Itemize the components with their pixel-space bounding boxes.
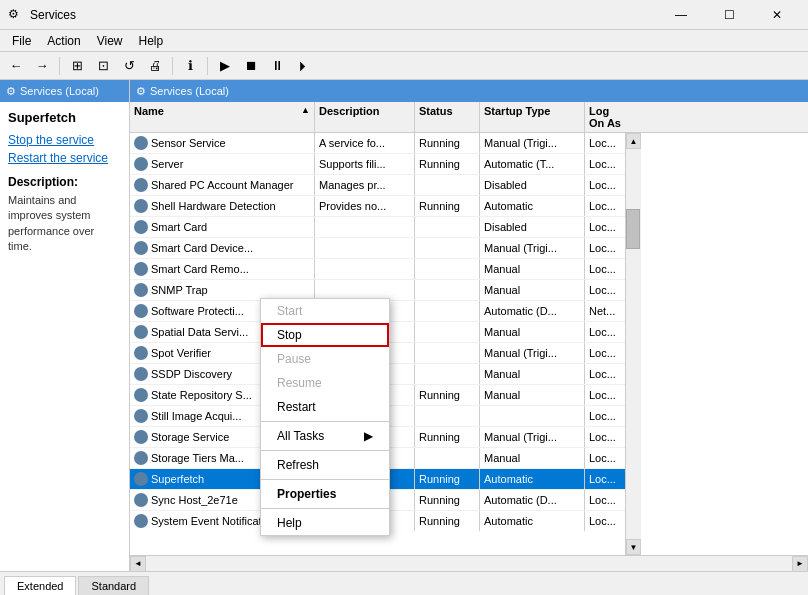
service-name: Still Image Acqui... — [151, 410, 242, 422]
forward-button[interactable]: → — [30, 55, 54, 77]
pause-service-button[interactable]: ⏸ — [265, 55, 289, 77]
service-status: Running — [415, 490, 480, 510]
service-status: Running — [415, 427, 480, 447]
scroll-up-btn[interactable]: ▲ — [626, 133, 641, 149]
service-desc — [315, 280, 415, 300]
minimize-button[interactable]: — — [658, 0, 704, 30]
service-startup: Manual — [480, 280, 585, 300]
col-header-desc[interactable]: Description — [315, 102, 415, 132]
menu-help[interactable]: Help — [131, 32, 172, 50]
service-log: Loc... — [585, 175, 625, 195]
context-menu-separator — [261, 450, 389, 451]
sidebar-header-icon: ⚙ — [6, 85, 16, 98]
refresh-button[interactable]: ↺ — [117, 55, 141, 77]
service-status: Running — [415, 154, 480, 174]
service-startup: Manual — [480, 385, 585, 405]
service-startup: Manual (Trigi... — [480, 133, 585, 153]
service-name: Smart Card Device... — [151, 242, 253, 254]
bottom-tabs: Extended Standard — [0, 571, 808, 595]
tab-standard[interactable]: Standard — [78, 576, 149, 595]
properties-button[interactable]: ℹ — [178, 55, 202, 77]
sidebar-service-name: Superfetch — [8, 110, 121, 125]
scroll-track[interactable] — [626, 149, 641, 539]
context-menu-item-stop[interactable]: Stop — [261, 323, 389, 347]
sidebar-header-title: Services (Local) — [20, 85, 99, 97]
col-header-status[interactable]: Status — [415, 102, 480, 132]
service-status: Running — [415, 511, 480, 531]
context-menu-item-pause: Pause — [261, 347, 389, 371]
service-log: Loc... — [585, 469, 625, 489]
up-button[interactable]: ⊡ — [91, 55, 115, 77]
table-row[interactable]: Smart Card Remo... Manual Loc... — [130, 259, 625, 280]
table-container: Name ▲ Description Status Startup Type L… — [130, 102, 808, 571]
context-menu-item-all-tasks[interactable]: All Tasks▶ — [261, 424, 389, 448]
service-status: Running — [415, 196, 480, 216]
title-bar: ⚙ Services — ☐ ✕ — [0, 0, 808, 30]
stop-service-button[interactable]: ⏹ — [239, 55, 263, 77]
context-menu-item-properties[interactable]: Properties — [261, 482, 389, 506]
table-header: Name ▲ Description Status Startup Type L… — [130, 102, 808, 133]
h-scroll-right-btn[interactable]: ► — [792, 556, 808, 572]
service-icon — [134, 136, 148, 150]
col-header-startup[interactable]: Startup Type — [480, 102, 585, 132]
service-desc — [315, 238, 415, 258]
back-button[interactable]: ← — [4, 55, 28, 77]
resume-service-button[interactable]: ⏵ — [291, 55, 315, 77]
context-menu-item-resume: Resume — [261, 371, 389, 395]
service-desc — [315, 217, 415, 237]
service-name: Superfetch — [151, 473, 204, 485]
maximize-button[interactable]: ☐ — [706, 0, 752, 30]
context-menu-separator — [261, 508, 389, 509]
service-startup: Automatic (D... — [480, 301, 585, 321]
start-service-button[interactable]: ▶ — [213, 55, 237, 77]
vertical-scrollbar[interactable]: ▲ ▼ — [625, 133, 641, 555]
service-icon — [134, 493, 148, 507]
close-button[interactable]: ✕ — [754, 0, 800, 30]
service-name: SNMP Trap — [151, 284, 208, 296]
tab-extended[interactable]: Extended — [4, 576, 76, 595]
table-row[interactable]: Shell Hardware Detection Provides no... … — [130, 196, 625, 217]
service-startup: Manual — [480, 322, 585, 342]
service-status — [415, 448, 480, 468]
service-log: Loc... — [585, 406, 625, 426]
service-name: Server — [151, 158, 183, 170]
horizontal-scrollbar[interactable]: ◄ ► — [130, 555, 808, 571]
services-header-title: Services (Local) — [150, 85, 229, 97]
service-log: Loc... — [585, 511, 625, 531]
table-row[interactable]: Server Supports fili... Running Automati… — [130, 154, 625, 175]
h-scroll-left-btn[interactable]: ◄ — [130, 556, 146, 572]
service-status — [415, 301, 480, 321]
stop-service-link[interactable]: Stop the service — [8, 133, 121, 147]
service-icon — [134, 157, 148, 171]
table-row[interactable]: Smart Card Device... Manual (Trigi... Lo… — [130, 238, 625, 259]
export-button[interactable]: 🖨 — [143, 55, 167, 77]
menu-view[interactable]: View — [89, 32, 131, 50]
service-status — [415, 322, 480, 342]
table-row[interactable]: Sensor Service A service fo... Running M… — [130, 133, 625, 154]
col-header-name[interactable]: Name ▲ — [130, 102, 315, 132]
context-menu-item-refresh[interactable]: Refresh — [261, 453, 389, 477]
restart-service-link[interactable]: Restart the service — [8, 151, 121, 165]
service-desc: A service fo... — [315, 133, 415, 153]
context-menu-item-restart[interactable]: Restart — [261, 395, 389, 419]
table-row[interactable]: Shared PC Account Manager Manages pr... … — [130, 175, 625, 196]
menu-file[interactable]: File — [4, 32, 39, 50]
service-name: Storage Service — [151, 431, 229, 443]
table-row[interactable]: Smart Card Disabled Loc... — [130, 217, 625, 238]
menu-action[interactable]: Action — [39, 32, 88, 50]
service-name: Sync Host_2e71e — [151, 494, 238, 506]
service-status — [415, 343, 480, 363]
scroll-thumb[interactable] — [626, 209, 640, 249]
service-log: Loc... — [585, 259, 625, 279]
show-hide-console-tree-button[interactable]: ⊞ — [65, 55, 89, 77]
col-header-log[interactable]: Log On As — [585, 102, 625, 132]
service-icon — [134, 367, 148, 381]
context-menu-item-help[interactable]: Help — [261, 511, 389, 535]
context-menu: StartStopPauseResumeRestartAll Tasks▶Ref… — [260, 298, 390, 536]
service-status — [415, 238, 480, 258]
context-menu-separator — [261, 479, 389, 480]
service-name: State Repository S... — [151, 389, 252, 401]
scroll-down-btn[interactable]: ▼ — [626, 539, 641, 555]
service-icon — [134, 346, 148, 360]
toolbar-sep-1 — [59, 57, 60, 75]
